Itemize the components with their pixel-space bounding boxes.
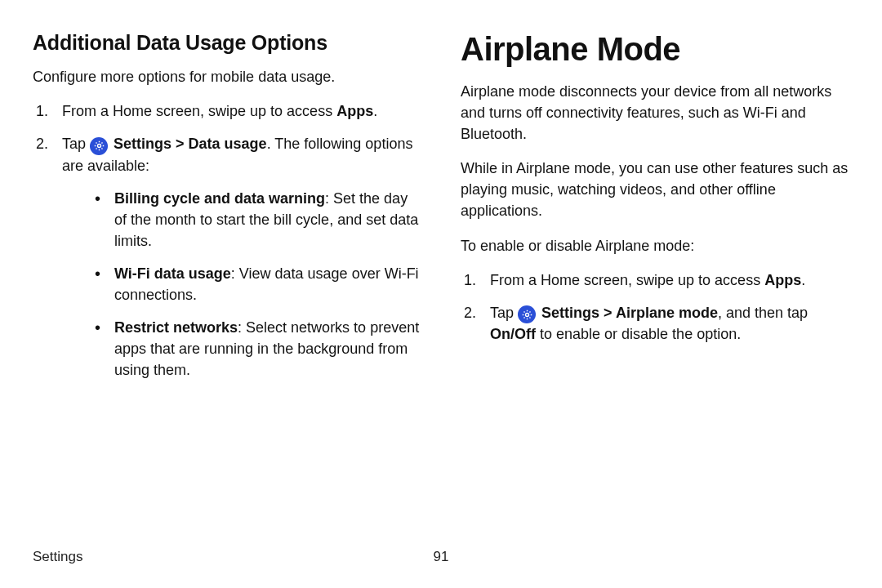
bullet-item: Billing cycle and data warning: Set the …: [91, 188, 421, 252]
right-p2: While in Airplane mode, you can use othe…: [461, 158, 849, 221]
right-step-2: Tap Settings > Airplane mode, and then t…: [461, 302, 849, 345]
right-p3: To enable or disable Airplane mode:: [461, 235, 849, 256]
right-column: Airplane Mode Airplane mode disconnects …: [461, 31, 849, 393]
data-usage-label: Data usage: [189, 136, 267, 152]
text-run: Tap: [62, 136, 90, 152]
text-run: From a Home screen, swipe up to access: [490, 272, 764, 288]
breadcrumb-sep: >: [172, 136, 189, 152]
left-bullets: Billing cycle and data warning: Set the …: [91, 188, 421, 381]
svg-point-1: [525, 313, 528, 316]
right-step-1: From a Home screen, swipe up to access A…: [461, 270, 849, 291]
footer-section: Settings: [33, 549, 82, 564]
apps-label: Apps: [336, 103, 373, 119]
left-steps: From a Home screen, swipe up to access A…: [33, 100, 421, 381]
settings-label: Settings: [114, 136, 172, 152]
on-off-label: On/Off: [490, 326, 536, 342]
bullet-item: Wi-Fi data usage: View data usage over W…: [91, 263, 421, 305]
left-intro: Configure more options for mobile data u…: [33, 66, 421, 87]
settings-gear-icon: [518, 305, 536, 323]
text-run: .: [373, 103, 377, 119]
left-column: Additional Data Usage Options Configure …: [33, 31, 421, 393]
right-steps: From a Home screen, swipe up to access A…: [461, 270, 849, 345]
page-footer: Settings 91: [33, 549, 849, 565]
breadcrumb-sep: >: [599, 305, 616, 321]
bullet-title: Billing cycle and data warning: [114, 190, 325, 207]
text-run: .: [801, 272, 805, 288]
left-step-1: From a Home screen, swipe up to access A…: [33, 100, 421, 122]
svg-point-0: [97, 145, 100, 148]
left-heading: Additional Data Usage Options: [33, 31, 421, 55]
left-step-2: Tap Settings > Data usage. The following…: [33, 133, 421, 381]
footer-page-number: 91: [434, 549, 449, 565]
bullet-title: Wi-Fi data usage: [114, 265, 231, 282]
text-run: to enable or disable the option.: [536, 326, 741, 342]
airplane-mode-label: Airplane mode: [616, 305, 718, 321]
bullet-title: Restrict networks: [114, 319, 238, 336]
text-run: From a Home screen, swipe up to access: [62, 103, 336, 119]
text-run: , and then tap: [718, 305, 808, 321]
right-heading: Airplane Mode: [461, 31, 849, 68]
right-p1: Airplane mode disconnects your device fr…: [461, 81, 849, 145]
settings-label: Settings: [541, 305, 599, 321]
apps-label: Apps: [764, 272, 801, 288]
bullet-item: Restrict networks: Select networks to pr…: [91, 317, 421, 381]
text-run: Tap: [490, 305, 518, 321]
settings-gear-icon: [90, 137, 108, 155]
page-body: Additional Data Usage Options Configure …: [0, 0, 882, 393]
